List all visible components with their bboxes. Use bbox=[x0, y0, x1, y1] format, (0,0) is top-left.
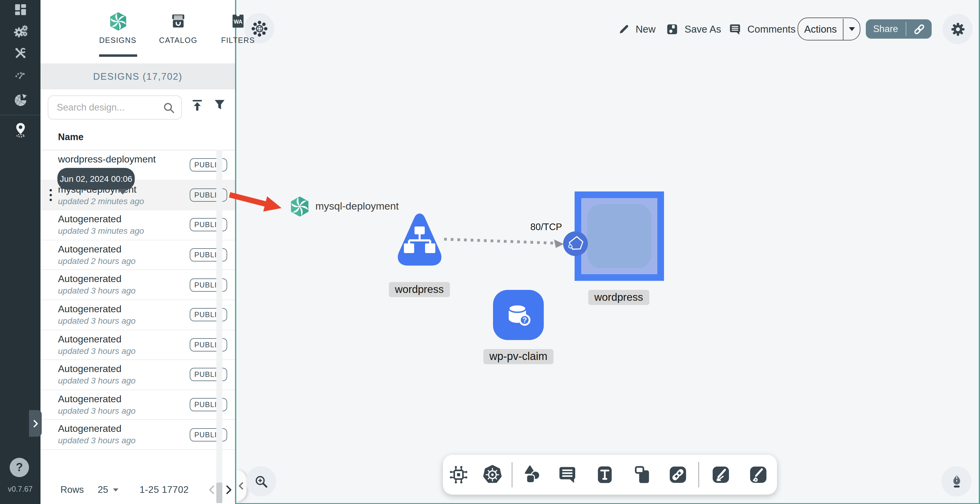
design-name: wordpress-deployment bbox=[58, 154, 156, 165]
tab-designs[interactable]: DESIGNS bbox=[90, 8, 146, 45]
rectangle-tool[interactable] bbox=[632, 464, 653, 486]
comments-button[interactable]: Comments bbox=[728, 0, 796, 58]
caret-down-icon bbox=[848, 27, 855, 32]
edge-port-label: 80/TCP bbox=[530, 222, 562, 232]
design-updated: updated 3 hours ago bbox=[58, 316, 136, 326]
shapes-tool[interactable] bbox=[521, 464, 542, 486]
save-as-button[interactable]: Save As bbox=[665, 0, 721, 58]
pen-arrow-tool[interactable] bbox=[710, 464, 732, 486]
dashboard-icon[interactable] bbox=[13, 2, 28, 17]
actions-dropdown-caret[interactable] bbox=[843, 27, 860, 32]
performance-gauge-icon[interactable] bbox=[13, 67, 28, 83]
save-as-label: Save As bbox=[684, 23, 721, 35]
kanvas-pin-icon[interactable] bbox=[13, 122, 28, 138]
updated-date-tooltip: Jun 02, 2024 00:06 bbox=[57, 168, 135, 190]
design-row[interactable]: Autogenerated updated 2 hours ago PUBLIC bbox=[40, 240, 235, 270]
design-updated: updated 3 hours ago bbox=[58, 346, 136, 355]
kubernetes-tool[interactable] bbox=[482, 464, 503, 486]
service-node-inner bbox=[587, 204, 651, 268]
design-row[interactable]: Autogenerated updated 3 hours ago PUBLIC bbox=[40, 360, 235, 390]
actions-button[interactable]: Actions bbox=[797, 17, 861, 40]
rows-per-page-select[interactable]: 25 bbox=[98, 484, 119, 495]
comment-tool[interactable] bbox=[557, 464, 578, 486]
pvc-node-wp-pv-claim[interactable]: ? bbox=[493, 290, 544, 340]
settings-button[interactable] bbox=[943, 14, 973, 44]
svg-text:?: ? bbox=[523, 316, 527, 324]
tab-catalog-label: CATALOG bbox=[150, 36, 206, 45]
panel-collapse-handle[interactable] bbox=[236, 470, 247, 501]
meshery-design-icon[interactable] bbox=[289, 196, 310, 218]
kebab-menu-icon[interactable] bbox=[46, 187, 55, 203]
search-input[interactable] bbox=[56, 97, 161, 118]
design-updated: updated 3 minutes ago bbox=[58, 226, 144, 235]
share-button[interactable]: Share bbox=[866, 19, 932, 39]
previous-page-button[interactable] bbox=[207, 484, 218, 495]
tab-designs-label: DESIGNS bbox=[90, 36, 146, 45]
configuration-tools-icon[interactable] bbox=[13, 45, 28, 61]
chevron-right-icon bbox=[31, 419, 40, 428]
design-name: Autogenerated bbox=[58, 244, 121, 255]
service-node-label: wordpress bbox=[588, 290, 649, 305]
text-tool[interactable] bbox=[594, 464, 616, 486]
design-row[interactable]: Autogenerated updated 3 minutes ago PUBL… bbox=[40, 210, 235, 240]
lifecycle-gears-icon[interactable] bbox=[13, 24, 28, 39]
sidebar-divider bbox=[0, 115, 40, 115]
design-row[interactable]: Autogenerated updated 3 hours ago PUBLIC bbox=[40, 300, 235, 330]
freehand-draw-tool[interactable] bbox=[748, 464, 769, 486]
design-row[interactable]: Autogenerated updated 3 hours ago PUBLIC bbox=[40, 330, 235, 360]
app-sidebar: ? v0.7.67 bbox=[0, 0, 40, 504]
design-updated: updated 3 hours ago bbox=[58, 436, 136, 445]
catalog-archive-icon bbox=[150, 8, 206, 34]
toolbar-divider bbox=[698, 462, 699, 487]
list-scrollbar-track[interactable] bbox=[216, 150, 222, 503]
help-button[interactable]: ? bbox=[10, 458, 29, 477]
design-canvas[interactable]: New Save As Comments Actions bbox=[235, 0, 980, 504]
extensions-icon[interactable] bbox=[13, 92, 28, 108]
design-updated: updated 3 hours ago bbox=[58, 286, 136, 296]
tab-filters[interactable]: WA FILTERS bbox=[210, 8, 266, 45]
caret-down-icon bbox=[112, 487, 119, 492]
link-icon bbox=[912, 22, 926, 36]
design-name: Autogenerated bbox=[58, 214, 121, 225]
gear-icon bbox=[950, 21, 966, 37]
design-name: Autogenerated bbox=[58, 364, 121, 374]
search-icon[interactable] bbox=[162, 101, 177, 118]
tab-catalog[interactable]: CATALOG bbox=[150, 8, 206, 45]
new-label: New bbox=[636, 23, 655, 35]
volume-cylinder-icon: ? bbox=[503, 299, 534, 331]
design-row[interactable]: Autogenerated updated 3 hours ago PUBLIC bbox=[40, 390, 235, 420]
next-page-button[interactable] bbox=[223, 484, 234, 495]
filter-funnel-icon[interactable] bbox=[213, 98, 227, 115]
app-root: ? v0.7.67 DESIGNS bbox=[0, 0, 980, 504]
deployment-node-label: wordpress bbox=[389, 282, 450, 297]
zoom-in-button[interactable] bbox=[246, 466, 276, 496]
component-shapes-tool[interactable] bbox=[448, 464, 469, 486]
magnifier-plus-icon bbox=[253, 474, 269, 489]
design-row[interactable]: Autogenerated updated 3 hours ago PUBLIC bbox=[40, 420, 235, 450]
edge-deployment-to-service bbox=[436, 229, 574, 254]
pen-nib-icon bbox=[948, 473, 965, 490]
service-endpoint-badge[interactable] bbox=[563, 231, 589, 257]
mysql-deployment-node-label[interactable]: mysql-deployment bbox=[315, 200, 399, 213]
link-tool[interactable] bbox=[667, 464, 689, 486]
wasm-filters-icon: WA bbox=[210, 8, 266, 34]
chevron-left-icon bbox=[207, 484, 218, 495]
upload-design-icon[interactable] bbox=[190, 98, 205, 115]
chevron-right-icon bbox=[223, 484, 234, 495]
copy-link-button[interactable] bbox=[906, 22, 932, 36]
canvas-toolbar bbox=[443, 455, 777, 494]
tooltip-text: Jun 02, 2024 00:06 bbox=[60, 174, 132, 184]
floppy-save-icon bbox=[665, 22, 679, 36]
panel-tabs: DESIGNS CATALOG bbox=[40, 0, 235, 64]
design-name: Autogenerated bbox=[58, 304, 121, 315]
design-row[interactable]: Autogenerated updated 3 hours ago PUBLIC bbox=[40, 270, 235, 300]
design-updated: updated 2 hours ago bbox=[58, 256, 136, 266]
sidebar-expand-handle[interactable] bbox=[29, 410, 42, 437]
designs-panel: DESIGNS CATALOG bbox=[40, 0, 235, 504]
design-updated: updated 3 hours ago bbox=[58, 376, 136, 385]
new-button[interactable]: New bbox=[617, 0, 655, 58]
design-name: Autogenerated bbox=[58, 394, 121, 405]
whiteboard-pen-button[interactable] bbox=[941, 466, 972, 496]
search-row bbox=[40, 89, 235, 127]
pencil-icon bbox=[617, 23, 630, 35]
